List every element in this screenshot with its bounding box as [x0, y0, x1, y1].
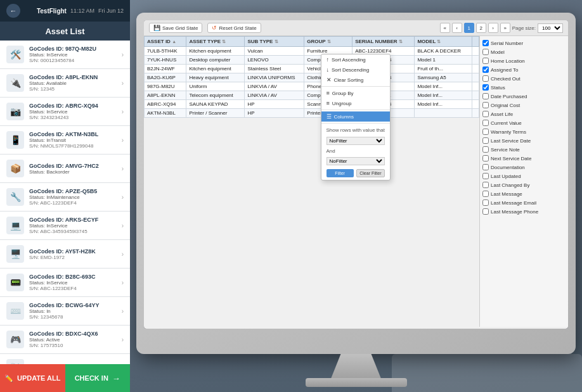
- column-toggle-checkbox[interactable]: [482, 111, 489, 117]
- column-toggle-label[interactable]: Next Service Date: [482, 154, 566, 163]
- column-toggle-checkbox[interactable]: [482, 40, 489, 46]
- table-row[interactable]: A8PL-EKNNTelecom equipmentLINKVIA / AVCo…: [145, 91, 479, 100]
- filter-clear-button[interactable]: Clear Filter: [356, 169, 385, 177]
- table-row[interactable]: BA2G-KU6PHeavy equipmentLINKVIA UNIFORMS…: [145, 73, 479, 82]
- table-cell: [472, 56, 479, 65]
- column-toggle-label[interactable]: Last Updated: [482, 172, 566, 180]
- column-toggle-label[interactable]: Status: [482, 83, 566, 92]
- column-toggle-label[interactable]: Checked Out: [482, 74, 566, 83]
- column-toggle-label[interactable]: Current Value: [482, 118, 566, 127]
- column-toggle-checkbox[interactable]: [482, 137, 489, 144]
- asset-list-item[interactable]: 📱 GoCodes ID: AKTM-N3BL Status: InTransi…: [0, 126, 130, 155]
- column-toggle-checkbox[interactable]: [482, 146, 489, 153]
- col-asset-type[interactable]: ASSET TYPE ⇅: [186, 37, 245, 47]
- table-row[interactable]: 7YUK-HNUSDesktop computerLENOVOComputerA…: [145, 56, 479, 65]
- column-toggle-checkbox[interactable]: [482, 102, 489, 108]
- column-toggle-checkbox[interactable]: [482, 182, 489, 188]
- table-row[interactable]: 7ULB-5TH4KKitchen equipmentVulcanFurnitu…: [145, 47, 479, 56]
- table-cell: Samsung A5: [415, 73, 472, 82]
- asset-list-item[interactable]: 💻 GoCodes ID: ARKS-ECYF Status: InServic…: [0, 212, 130, 240]
- page-1-button[interactable]: 1: [464, 23, 474, 33]
- column-toggle-label[interactable]: Date Purchased: [482, 92, 566, 101]
- table-cell: [472, 82, 479, 91]
- column-toggle-label[interactable]: Home Location: [482, 56, 566, 65]
- check-in-button[interactable]: CHECK IN →: [65, 364, 131, 392]
- asset-list-item[interactable]: ⌨️ GoCodes ID: BCWG-64YY Status: In S/N:…: [0, 297, 130, 326]
- asset-list-item[interactable]: 🔧 GoCodes ID: APZE-Q5B5 Status: InMainte…: [0, 183, 130, 212]
- column-toggle-checkbox[interactable]: [482, 58, 489, 64]
- column-toggle-label[interactable]: Assigned To: [482, 65, 566, 74]
- cm-clear-sort[interactable]: ✕ Clear Sorting: [321, 75, 391, 85]
- table-row[interactable]: AKTM-N3BLPrinter / ScannerHPPrinter: [145, 109, 479, 118]
- asset-list-item[interactable]: 🔌 GoCodes ID: A8PL-EKNN Status: Availabl…: [0, 69, 130, 98]
- cm-sort-asc[interactable]: ↑ Sort Ascending: [321, 54, 391, 65]
- column-toggle-label[interactable]: Last Message: [482, 189, 566, 198]
- table-cell: HP: [245, 100, 304, 109]
- table-cell: 987G-M82U: [145, 82, 186, 91]
- asset-status-label: Status: InTransit: [29, 137, 117, 143]
- col-asset-id[interactable]: ASSET ID ▲: [145, 37, 186, 47]
- column-toggle-label[interactable]: Serial Number: [482, 39, 566, 47]
- column-toggle-checkbox[interactable]: [482, 84, 489, 91]
- asset-list-item[interactable]: 📡 GoCodes ID: BN9W-B2L5 ›: [0, 354, 130, 364]
- table-row[interactable]: ABRC-XQ94SAUNA KEYPADHPScanner/CopierABC…: [145, 100, 479, 109]
- column-toggle-checkbox[interactable]: [482, 129, 489, 135]
- filter-apply-button[interactable]: Filter: [327, 169, 354, 177]
- first-page-button[interactable]: «: [440, 23, 450, 33]
- col-model[interactable]: MODEL ⇅: [415, 37, 472, 47]
- asset-list-item[interactable]: 🛠️ GoCodes ID: 987Q-M82U Status: InServi…: [0, 41, 130, 69]
- asset-list-item[interactable]: 📦 GoCodes ID: AMVG-7HC2 Status: Backorde…: [0, 155, 130, 183]
- column-toggle-label[interactable]: Last Service Date: [482, 136, 566, 145]
- column-toggle-label[interactable]: Last Changed By: [482, 180, 566, 189]
- reset-grid-state-button[interactable]: ↺ Reset Grid State: [207, 23, 261, 33]
- column-toggle-label[interactable]: Asset Life: [482, 110, 566, 118]
- cm-sort-desc[interactable]: ↓ Sort Descending: [321, 65, 391, 75]
- cm-ungroup[interactable]: ≡ Ungroup: [321, 98, 391, 108]
- asset-info: GoCodes ID: A8PL-EKNN Status: Available …: [29, 74, 117, 92]
- back-button[interactable]: ←: [6, 4, 20, 18]
- save-grid-state-button[interactable]: 💾 Save Grid State: [149, 23, 202, 33]
- column-toggle-label[interactable]: Original Cost: [482, 101, 566, 110]
- column-toggle-checkbox[interactable]: [482, 75, 489, 82]
- table-row[interactable]: B2JN-24WFKitchen equipmentStainless Stee…: [145, 65, 479, 73]
- asset-list-item[interactable]: 📟 GoCodes ID: B28C-693C Status: InServic…: [0, 269, 130, 297]
- col-sub-type[interactable]: SUB TYPE ⇅: [245, 37, 304, 47]
- column-toggle-checkbox[interactable]: [482, 164, 489, 170]
- prev-page-button[interactable]: ‹: [452, 23, 462, 33]
- cm-group-by[interactable]: ≡ Group By: [321, 88, 391, 98]
- page-2-button[interactable]: 2: [476, 23, 486, 33]
- col-group[interactable]: GROUP ⇅: [304, 37, 352, 47]
- asset-list-item[interactable]: 🎮 GoCodes ID: BDXC-4QX6 Status: Active S…: [0, 326, 130, 354]
- column-toggle-label[interactable]: Last Message Phone: [482, 207, 566, 216]
- column-toggle-label[interactable]: Documentation: [482, 163, 566, 172]
- column-toggle-checkbox[interactable]: [482, 155, 489, 161]
- next-page-button[interactable]: ›: [488, 23, 498, 33]
- last-page-button[interactable]: »: [500, 23, 510, 33]
- column-toggle-checkbox[interactable]: [482, 93, 489, 99]
- column-toggle-checkbox[interactable]: [482, 49, 489, 55]
- update-all-button[interactable]: ✏️ UPDATE ALL: [0, 364, 65, 392]
- column-toggle-checkbox[interactable]: [482, 191, 489, 197]
- column-toggle-checkbox[interactable]: [482, 208, 489, 215]
- column-toggle-checkbox[interactable]: [482, 120, 489, 126]
- asset-list-item[interactable]: 📷 GoCodes ID: ABRC-XQ94 Status: InServic…: [0, 98, 130, 126]
- column-toggle-checkbox[interactable]: [482, 66, 489, 73]
- cm-columns[interactable]: ☰ Columns: [321, 111, 391, 122]
- asset-list[interactable]: 🛠️ GoCodes ID: 987Q-M82U Status: InServi…: [0, 41, 130, 364]
- filter-select-2[interactable]: NoFilter: [327, 157, 385, 165]
- filter-select-1[interactable]: NoFilter: [327, 137, 385, 145]
- asset-status-label: Status: InMaintenance: [29, 194, 117, 200]
- page-size-select[interactable]: 100: [538, 23, 563, 33]
- col-extra[interactable]: [472, 37, 479, 47]
- column-toggle-checkbox[interactable]: [482, 173, 489, 179]
- column-toggle-label[interactable]: Warranty Terms: [482, 127, 566, 136]
- asset-list-item[interactable]: 🖥️ GoCodes ID: AY5T-HZ8K S/N: EMD-1972 ›: [0, 240, 130, 269]
- column-toggle-checkbox[interactable]: [482, 199, 489, 206]
- col-serial-number[interactable]: SERIAL NUMBER ⇅: [352, 37, 415, 47]
- asset-id-label: GoCodes ID: ABRC-XQ94: [29, 103, 117, 109]
- column-toggle-label[interactable]: Last Message Email: [482, 198, 566, 207]
- column-toggle-label[interactable]: Model: [482, 47, 566, 56]
- table-cell: B2JN-24WF: [145, 65, 186, 73]
- column-toggle-label[interactable]: Service Note: [482, 145, 566, 154]
- table-row[interactable]: 987G-M82UUniformLINKVIA / AVPhone78QBUF9…: [145, 82, 479, 91]
